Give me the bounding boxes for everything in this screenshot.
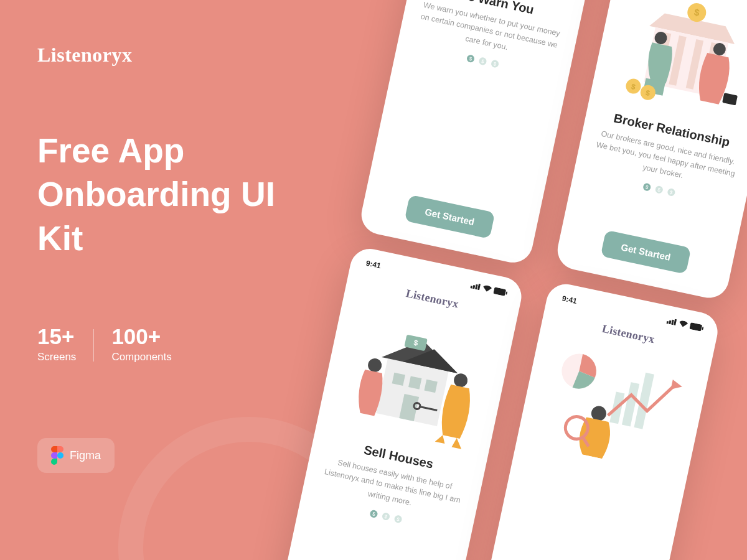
phone-broker: 9:41 Listenoryx $ bbox=[554, 0, 747, 302]
figma-label: Figma bbox=[70, 449, 101, 462]
svg-rect-51 bbox=[671, 320, 674, 325]
status-time: 9:41 bbox=[365, 259, 382, 271]
wifi-icon bbox=[679, 320, 688, 328]
dot-icon: $ bbox=[393, 515, 402, 523]
stat-screens: 15+ Screens bbox=[37, 325, 76, 363]
promo-panel: Listenoryx Free App Onboarding UI Kit 15… bbox=[37, 44, 299, 473]
brand-logo: Listenoryx bbox=[37, 44, 299, 67]
wifi-icon bbox=[482, 285, 492, 293]
status-icons bbox=[666, 317, 704, 332]
stats-row: 15+ Screens 100+ Components bbox=[37, 325, 299, 363]
figma-icon bbox=[51, 446, 63, 465]
dot-icon: $ bbox=[491, 60, 499, 68]
svg-rect-30 bbox=[470, 286, 472, 289]
battery-icon bbox=[689, 322, 704, 332]
svg-rect-40 bbox=[408, 376, 421, 389]
svg-rect-35 bbox=[506, 291, 508, 294]
signal-icon bbox=[666, 317, 677, 325]
get-started-button[interactable]: Get Started bbox=[404, 195, 496, 239]
svg-rect-33 bbox=[477, 284, 481, 290]
status-icons bbox=[470, 282, 508, 296]
svg-rect-49 bbox=[666, 321, 669, 324]
stat-components-count: 100+ bbox=[111, 325, 171, 347]
svg-rect-50 bbox=[669, 320, 671, 324]
signal-icon bbox=[470, 282, 481, 290]
hero-title: Free App Onboarding UI Kit bbox=[37, 129, 299, 260]
dot-icon: $ bbox=[667, 188, 675, 197]
dot-icon: $ bbox=[369, 510, 378, 518]
svg-rect-52 bbox=[674, 319, 677, 325]
svg-rect-41 bbox=[424, 380, 437, 393]
phone-sell: 9:41 Listenoryx $ bbox=[281, 245, 525, 560]
broker-illustration: $ $ $ bbox=[599, 0, 747, 128]
status-time: 9:41 bbox=[561, 294, 578, 306]
svg-point-0 bbox=[57, 452, 63, 459]
dot-icon: $ bbox=[382, 512, 390, 521]
battery-icon bbox=[493, 287, 508, 296]
stat-components-label: Components bbox=[111, 351, 171, 363]
sell-illustration: $ bbox=[326, 300, 505, 454]
svg-rect-53 bbox=[689, 322, 702, 332]
stat-screens-count: 15+ bbox=[37, 325, 76, 347]
stat-screens-label: Screens bbox=[37, 351, 76, 363]
dot-icon: $ bbox=[478, 57, 487, 65]
svg-rect-39 bbox=[392, 373, 405, 386]
figma-chip[interactable]: Figma bbox=[37, 438, 115, 473]
svg-rect-32 bbox=[475, 284, 478, 289]
dot-icon: $ bbox=[655, 185, 664, 194]
svg-rect-34 bbox=[493, 287, 506, 296]
svg-rect-31 bbox=[472, 285, 475, 289]
stats-divider bbox=[93, 329, 94, 362]
svg-rect-25 bbox=[722, 93, 738, 105]
phone-mockup-grid: $ $ We Warn You We warn you whether to p… bbox=[240, 0, 747, 560]
dot-icon: $ bbox=[642, 183, 651, 192]
stat-components: 100+ Components bbox=[111, 325, 171, 363]
svg-rect-54 bbox=[702, 327, 704, 330]
dot-icon: $ bbox=[466, 54, 475, 63]
svg-marker-59 bbox=[670, 380, 683, 391]
analytics-illustration bbox=[525, 333, 702, 475]
get-started-button[interactable]: Get Started bbox=[600, 230, 692, 274]
